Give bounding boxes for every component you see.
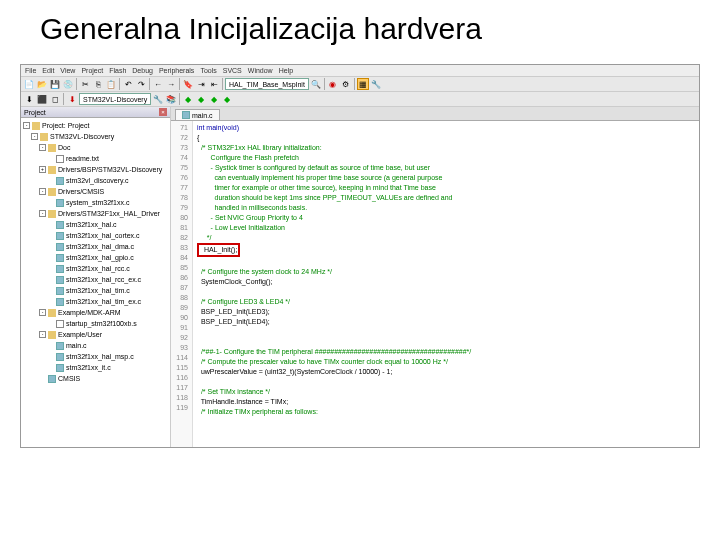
rebuild-icon[interactable]: ⬛ (36, 93, 48, 105)
tree-node[interactable]: -Drivers/CMSIS (23, 186, 168, 197)
tree-node[interactable]: stm32f1xx_hal_rcc.c (23, 263, 168, 274)
menu-project[interactable]: Project (81, 67, 103, 74)
close-icon[interactable]: × (159, 108, 167, 116)
tree-root[interactable]: - Project: Project (23, 120, 168, 131)
expand-icon[interactable]: - (31, 133, 38, 140)
slide-title: Generalna Inicijalizacija hardvera (0, 0, 720, 54)
expand-icon[interactable]: - (39, 210, 46, 217)
line-gutter: 71 72 73 74 75 76 77 78 79 80 81 82 83 8… (171, 121, 193, 447)
fold-icon (48, 188, 56, 196)
menu-tools[interactable]: Tools (200, 67, 216, 74)
tree-node[interactable]: stm32f1xx_hal_cortex.c (23, 230, 168, 241)
tree-node[interactable]: -Drivers/STM32F1xx_HAL_Driver (23, 208, 168, 219)
fold-icon (40, 133, 48, 141)
tree-node[interactable]: -Example/User (23, 329, 168, 340)
cut-icon[interactable]: ✂ (79, 78, 91, 90)
menu-view[interactable]: View (60, 67, 75, 74)
expand-icon[interactable]: - (39, 331, 46, 338)
manage-icon[interactable]: 📚 (165, 93, 177, 105)
redo-icon[interactable]: ↷ (135, 78, 147, 90)
tree-node[interactable]: +Drivers/BSP/STM32VL-Discovery (23, 164, 168, 175)
code-area[interactable]: 71 72 73 74 75 76 77 78 79 80 81 82 83 8… (171, 121, 699, 447)
expand-icon[interactable]: - (23, 122, 30, 129)
p3-icon[interactable]: ◆ (208, 93, 220, 105)
node-label: stm32f1xx_hal_gpio.c (66, 252, 134, 263)
new-icon[interactable]: 📄 (23, 78, 35, 90)
expand-icon[interactable]: - (39, 188, 46, 195)
target-select[interactable]: STM32VL-Discovery (79, 93, 151, 105)
clean-icon[interactable]: ◻ (49, 93, 61, 105)
node-label: readme.txt (66, 153, 99, 164)
p2-icon[interactable]: ◆ (195, 93, 207, 105)
node-label: startup_stm32f100xb.s (66, 318, 137, 329)
debug-select[interactable]: HAL_TIM_Base_MspInit (225, 78, 309, 90)
menu-window[interactable]: Window (248, 67, 273, 74)
tree-node[interactable]: -Doc (23, 142, 168, 153)
menu-debug[interactable]: Debug (132, 67, 153, 74)
menu-edit[interactable]: Edit (42, 67, 54, 74)
tree-node[interactable]: stm32vl_discovery.c (23, 175, 168, 186)
fold-icon (48, 309, 56, 317)
node-label: stm32f1xx_it.c (66, 362, 111, 373)
window-icon[interactable]: ▦ (357, 78, 369, 90)
build-icon[interactable]: ⬇ (23, 93, 35, 105)
node-label: STM32VL-Discovery (50, 131, 114, 142)
save-icon[interactable]: 💾 (49, 78, 61, 90)
tree-node[interactable]: stm32f1xx_hal_msp.c (23, 351, 168, 362)
saveall-icon[interactable]: 💿 (62, 78, 74, 90)
cfile-icon (56, 287, 64, 295)
node-label: stm32f1xx_hal_tim_ex.c (66, 296, 141, 307)
indent-icon[interactable]: ⇥ (195, 78, 207, 90)
menu-help[interactable]: Help (279, 67, 293, 74)
node-label: main.c (66, 340, 87, 351)
paste-icon[interactable]: 📋 (105, 78, 117, 90)
root-label: Project: Project (42, 120, 89, 131)
config-icon[interactable]: ⚙ (340, 78, 352, 90)
tree-node[interactable]: stm32f1xx_hal_rcc_ex.c (23, 274, 168, 285)
load-icon[interactable]: ⬇ (66, 93, 78, 105)
undo-icon[interactable]: ↶ (122, 78, 134, 90)
tree-node[interactable]: system_stm32f1xx.c (23, 197, 168, 208)
project-tree[interactable]: - Project: Project -STM32VL-Discovery-Do… (21, 118, 170, 386)
wrench-icon[interactable]: 🔧 (370, 78, 382, 90)
menu-svcs[interactable]: SVCS (223, 67, 242, 74)
tree-node[interactable]: stm32f1xx_hal_gpio.c (23, 252, 168, 263)
node-label: stm32f1xx_hal_tim.c (66, 285, 130, 296)
fwd-icon[interactable]: → (165, 78, 177, 90)
menubar: FileEditViewProjectFlashDebugPeripherals… (21, 65, 699, 77)
outdent-icon[interactable]: ⇤ (208, 78, 220, 90)
node-label: stm32f1xx_hal.c (66, 219, 117, 230)
tree-node[interactable]: -Example/MDK-ARM (23, 307, 168, 318)
fold-icon (48, 166, 56, 174)
expand-icon[interactable]: + (39, 166, 46, 173)
tree-node[interactable]: startup_stm32f100xb.s (23, 318, 168, 329)
tree-node[interactable]: stm32f1xx_hal_tim_ex.c (23, 296, 168, 307)
tree-node[interactable]: readme.txt (23, 153, 168, 164)
find-icon[interactable]: 🔍 (310, 78, 322, 90)
options-icon[interactable]: 🔧 (152, 93, 164, 105)
tree-node[interactable]: stm32f1xx_hal.c (23, 219, 168, 230)
debug-icon[interactable]: ◉ (327, 78, 339, 90)
tab-mainc[interactable]: main.c (175, 109, 220, 120)
code-lines[interactable]: int main(void) { /* STM32F1xx HAL librar… (193, 121, 699, 447)
tree-node[interactable]: main.c (23, 340, 168, 351)
copy-icon[interactable]: ⎘ (92, 78, 104, 90)
node-label: stm32f1xx_hal_rcc_ex.c (66, 274, 141, 285)
tree-node[interactable]: CMSIS (23, 373, 168, 384)
node-label: Example/MDK-ARM (58, 307, 121, 318)
pack-icon[interactable]: ◆ (182, 93, 194, 105)
menu-peripherals[interactable]: Peripherals (159, 67, 194, 74)
expand-icon[interactable]: - (39, 144, 46, 151)
menu-flash[interactable]: Flash (109, 67, 126, 74)
expand-icon[interactable]: - (39, 309, 46, 316)
tree-node[interactable]: -STM32VL-Discovery (23, 131, 168, 142)
open-icon[interactable]: 📂 (36, 78, 48, 90)
p4-icon[interactable]: ◆ (221, 93, 233, 105)
menu-file[interactable]: File (25, 67, 36, 74)
tree-node[interactable]: stm32f1xx_hal_tim.c (23, 285, 168, 296)
tree-node[interactable]: stm32f1xx_it.c (23, 362, 168, 373)
bookmark-icon[interactable]: 🔖 (182, 78, 194, 90)
tree-node[interactable]: stm32f1xx_hal_dma.c (23, 241, 168, 252)
editor-tabs: main.c (171, 107, 699, 121)
back-icon[interactable]: ← (152, 78, 164, 90)
